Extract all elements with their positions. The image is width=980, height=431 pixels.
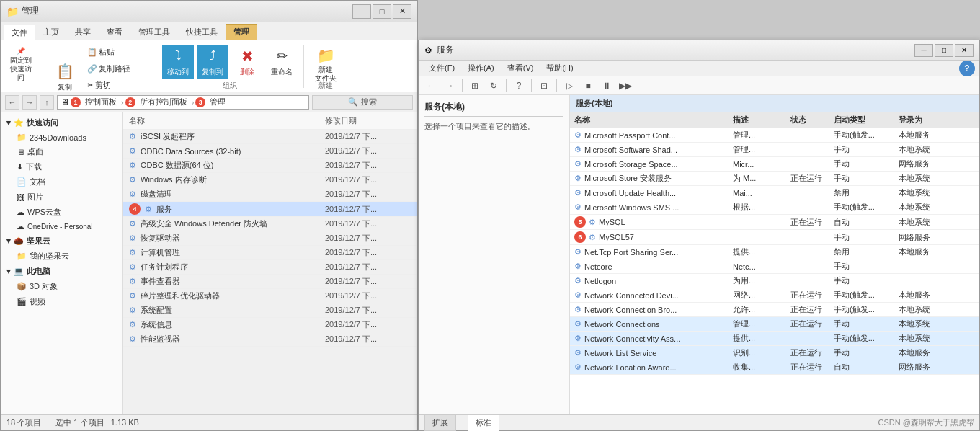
file-row[interactable]: ⚙ 恢复驱动器 2019/12/7 下... [123,231,417,246]
col-name[interactable]: 名称 [574,115,733,125]
svc-row[interactable]: ⚙ Network Connections 管理... 正在运行 手动 本地系统 [570,317,979,332]
sidebar-quick-access[interactable]: ▾ ⭐ 快速访问 [1,115,122,130]
svc-row[interactable]: ⚙ Microsoft Update Health... Mai... 禁用 本… [570,186,979,200]
file-row[interactable]: ⚙ 性能监视器 2019/12/7 下... [123,332,417,347]
file-row[interactable]: ⚙ 碎片整理和优化驱动器 2019/12/7 下... [123,289,417,303]
svc-row[interactable]: ⚙ Microsoft Software Shad... 管理... 手动 本地… [570,143,979,157]
tb-start-button[interactable]: ▷ [561,79,577,93]
sidebar-thispc[interactable]: ▾ 💻 此电脑 [1,264,122,279]
tb-refresh-button[interactable]: ↻ [486,79,502,93]
move-to-button[interactable]: ⤵ 移动到 [162,45,194,79]
copy-button[interactable]: 📋 复制 [49,60,81,94]
file-row[interactable]: ⚙ ODBC Data Sources (32-bit) 2019/12/7 下… [123,144,417,159]
file-row[interactable]: ⚙ iSCSI 发起程序 2019/12/7 下... [123,130,417,144]
svc-row[interactable]: ⚙ Network List Service 识别... 正在运行 手动 本地服… [570,346,979,360]
copy-to-button[interactable]: ⤴ 复制到 [197,45,228,79]
col-desc[interactable]: 描述 [733,115,790,125]
svc-row[interactable]: ⚙ Netlogon 为用... 手动 [570,274,979,288]
tab-view[interactable]: 查看 [99,24,130,40]
tab-extended[interactable]: 扩展 [424,414,456,431]
close-button[interactable]: ✕ [393,4,411,19]
col-date-header[interactable]: 修改日期 [325,115,411,126]
file-row[interactable]: 4 ⚙ 服务 2019/12/7 下... [123,202,417,217]
sidebar-jiguoyun[interactable]: 📁 我的坚果云 [1,249,122,264]
file-row[interactable]: ⚙ 磁盘清理 2019/12/7 下... [123,187,417,202]
path-control-panel[interactable]: 控制面板 [82,96,120,108]
svc-row[interactable]: 5 ⚙ MySQL 正在运行 自动 本地系统 [570,215,979,230]
sidebar-desktop[interactable]: 🖥 桌面 [1,144,122,159]
svc-row[interactable]: ⚙ Microsoft Passport Cont... 管理... 手动(触发… [570,128,979,143]
minimize-button[interactable]: ─ [352,4,371,19]
sidebar-onedrive[interactable]: ☁ OneDrive - Personal [1,220,122,234]
file-row[interactable]: ⚙ Windows 内存诊断 2019/12/7 下... [123,173,417,187]
tab-file[interactable]: 文件 [4,25,35,40]
back-button[interactable]: ← [5,95,19,110]
tb-forward-button[interactable]: → [442,79,458,93]
rename-button[interactable]: ✏ 重命名 [266,45,298,79]
tab-home[interactable]: 主页 [35,24,67,40]
tab-manage-tools[interactable]: 管理工具 [130,24,178,40]
tab-share[interactable]: 共享 [67,24,99,40]
tb-help-button[interactable]: ? [511,79,527,93]
tab-standard[interactable]: 标准 [468,414,499,431]
file-row[interactable]: ⚙ 系统配置 2019/12/7 下... [123,303,417,318]
svc-row[interactable]: ⚙ Microsoft Windows SMS ... 根据... 手动(触发.… [570,200,979,215]
col-startup[interactable]: 启动类型 [834,115,899,125]
file-row[interactable]: ⚙ 高级安全 Windows Defender 防火墙 2019/12/7 下.… [123,217,417,231]
tb-restart-button[interactable]: ▶▶ [618,79,633,93]
tb-view-button[interactable]: ⊡ [536,79,552,93]
svc-row[interactable]: ⚙ Network Location Aware... 收集... 正在运行 自… [570,360,979,375]
paste-button[interactable]: 📋 粘贴 [84,45,150,60]
svc-row[interactable]: ⚙ Network Connectivity Ass... 提供... 手动(触… [570,332,979,346]
path-manage[interactable]: 管理 [207,96,228,108]
search-box[interactable]: 🔍 搜索 [312,95,413,110]
tab-quick-tools[interactable]: 快捷工具 [178,24,226,40]
file-row[interactable]: ⚙ ODBC 数据源(64 位) 2019/12/7 下... [123,159,417,173]
sidebar-pics[interactable]: 🖼 图片 [1,190,122,205]
copy-path-button[interactable]: 🔗 复制路径 [84,61,150,76]
cut-button[interactable]: ✂ 剪切 [84,78,150,93]
file-row[interactable]: ⚙ 系统信息 2019/12/7 下... [123,318,417,332]
menu-view[interactable]: 查看(V) [502,61,540,75]
tb-stop-button[interactable]: ■ [580,79,596,93]
svc-minimize-button[interactable]: ─ [914,44,933,57]
sidebar-download[interactable]: ⬇ 下载 [1,159,122,174]
svc-row[interactable]: ⚙ Network Connected Devi... 网络... 正在运行 手… [570,288,979,303]
menu-file[interactable]: 文件(F) [423,61,460,75]
sidebar-docs[interactable]: 📄 文档 [1,174,122,190]
tab-manage[interactable]: 管理 [226,24,257,40]
svc-table-body[interactable]: ⚙ Microsoft Passport Cont... 管理... 手动(触发… [570,128,979,414]
svc-row[interactable]: ⚙ Microsoft Storage Space... Micr... 手动 … [570,157,979,172]
sidebar-3d[interactable]: 📦 3D 对象 [1,279,122,294]
col-status[interactable]: 状态 [790,115,834,125]
col-logon[interactable]: 登录为 [899,115,956,125]
col-name-header[interactable]: 名称 [129,115,319,126]
svc-row[interactable]: ⚙ Netcore Netc... 手动 [570,259,979,274]
svc-row[interactable]: ⚙ Net.Tcp Port Sharing Ser... 提供... 禁用 本… [570,245,979,259]
tb-console-button[interactable]: ⊞ [467,79,483,93]
delete-button[interactable]: ✖ 删除 [231,45,263,79]
path-all-control[interactable]: 所有控制面板 [137,96,190,108]
sidebar-downloads[interactable]: 📁 2345Downloads [1,130,122,144]
svc-maximize-button[interactable]: □ [935,44,953,57]
new-folder-button[interactable]: 📁 新建 文件夹 [310,45,342,79]
file-row[interactable]: ⚙ 计算机管理 2019/12/7 下... [123,246,417,260]
svc-row[interactable]: ⚙ Microsoft Store 安装服务 为 M... 正在运行 手动 本地… [570,172,979,186]
menu-action[interactable]: 操作(A) [462,61,500,75]
menu-help[interactable]: 帮助(H) [540,61,579,75]
sidebar-jiguo-header[interactable]: ▾ 🌰 坚果云 [1,234,122,249]
svc-row[interactable]: ⚙ Network Connection Bro... 允许... 正在运行 手… [570,303,979,317]
up-button[interactable]: ↑ [40,95,54,110]
address-path[interactable]: 🖥 1 控制面板 › 2 所有控制面板 › 3 管理 [57,95,309,110]
file-row[interactable]: ⚙ 事件查看器 2019/12/7 下... [123,275,417,289]
help-button[interactable]: ? [959,61,975,76]
sidebar-wps[interactable]: ☁ WPS云盘 [1,205,122,220]
maximize-button[interactable]: □ [373,4,391,19]
file-row[interactable]: ⚙ 任务计划程序 2019/12/7 下... [123,260,417,275]
pin-button[interactable]: 📌 固定到快速访问 [5,45,37,79]
tb-pause-button[interactable]: ⏸ [599,79,615,93]
svc-close-button[interactable]: ✕ [955,44,974,57]
tb-back-button[interactable]: ← [423,79,439,93]
sidebar-videos[interactable]: 🎬 视频 [1,294,122,309]
svc-row[interactable]: 6 ⚙ MySQL57 手动 网络服务 [570,230,979,245]
